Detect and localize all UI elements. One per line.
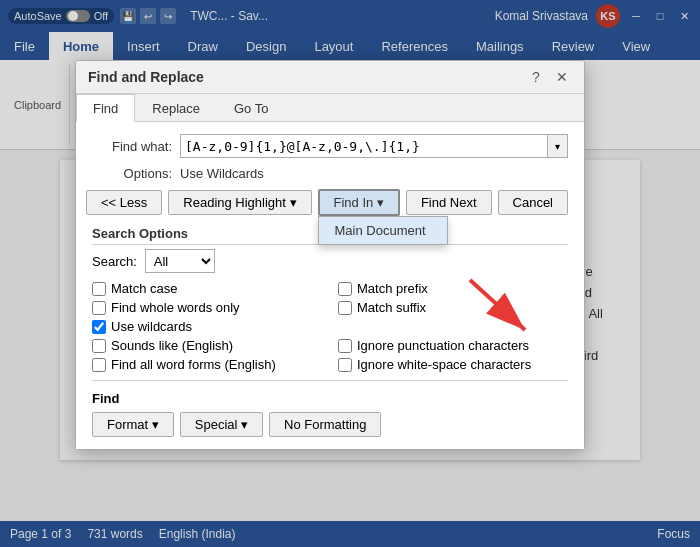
search-direction-select[interactable]: All Up Down	[145, 249, 215, 273]
empty-item	[338, 319, 568, 334]
find-all-word-forms-checkbox[interactable]	[92, 358, 106, 372]
match-suffix-checkbox[interactable]	[338, 301, 352, 315]
dialog-tabs: Find Replace Go To	[76, 94, 584, 122]
tab-replace[interactable]: Replace	[135, 94, 217, 122]
match-prefix-item: Match prefix	[338, 281, 568, 296]
no-formatting-button[interactable]: No Formatting	[269, 412, 381, 437]
reading-highlight-button[interactable]: Reading Highlight ▾	[168, 190, 311, 215]
find-what-label: Find what:	[92, 139, 172, 154]
find-section-label: Find	[92, 391, 568, 406]
find-replace-dialog: Find and Replace ? ✕ Find Replace Go To …	[75, 60, 585, 450]
match-suffix-item: Match suffix	[338, 300, 568, 315]
find-next-button[interactable]: Find Next	[406, 190, 492, 215]
match-case-label: Match case	[111, 281, 177, 296]
find-what-input-wrap: ▾	[180, 134, 568, 158]
match-case-item: Match case	[92, 281, 322, 296]
main-buttons-row: << Less Reading Highlight ▾ Find In ▾ Ma…	[92, 189, 568, 216]
modal-overlay: Find and Replace ? ✕ Find Replace Go To …	[0, 0, 700, 547]
ignore-punctuation-item: Ignore punctuation characters	[338, 338, 568, 353]
ignore-whitespace-checkbox[interactable]	[338, 358, 352, 372]
use-wildcards-label: Use wildcards	[111, 319, 192, 334]
bottom-find-section: Find Format ▾ Special ▾ No Formatting	[92, 380, 568, 437]
find-whole-words-item: Find whole words only	[92, 300, 322, 315]
dialog-controls: ? ✕	[526, 67, 572, 87]
dialog-title: Find and Replace	[88, 69, 204, 85]
sounds-like-checkbox[interactable]	[92, 339, 106, 353]
sounds-like-label: Sounds like (English)	[111, 338, 233, 353]
find-in-button[interactable]: Find In ▾	[318, 189, 400, 216]
format-buttons-row: Format ▾ Special ▾ No Formatting	[92, 412, 568, 437]
options-value: Use Wildcards	[180, 166, 264, 181]
find-whole-words-checkbox[interactable]	[92, 301, 106, 315]
match-suffix-label: Match suffix	[357, 300, 426, 315]
reading-highlight-wrap: Reading Highlight ▾	[168, 190, 311, 215]
match-prefix-label: Match prefix	[357, 281, 428, 296]
find-all-word-forms-item: Find all word forms (English)	[92, 357, 322, 372]
dialog-title-bar: Find and Replace ? ✕	[76, 61, 584, 94]
dialog-help-button[interactable]: ?	[526, 67, 546, 87]
ignore-whitespace-item: Ignore white-space characters	[338, 357, 568, 372]
ignore-whitespace-label: Ignore white-space characters	[357, 357, 531, 372]
options-label: Options:	[92, 166, 172, 181]
checkboxes-grid: Match case Match prefix Find whole words…	[92, 281, 568, 372]
find-all-word-forms-label: Find all word forms (English)	[111, 357, 276, 372]
tab-find[interactable]: Find	[76, 94, 135, 122]
options-row: Options: Use Wildcards	[92, 166, 568, 181]
special-button[interactable]: Special ▾	[180, 412, 263, 437]
tab-goto[interactable]: Go To	[217, 94, 285, 122]
find-in-main-document[interactable]: Main Document	[319, 217, 447, 244]
dialog-body: Find what: ▾ Options: Use Wildcards << L…	[76, 122, 584, 449]
match-prefix-checkbox[interactable]	[338, 282, 352, 296]
cancel-button[interactable]: Cancel	[498, 190, 568, 215]
format-button[interactable]: Format ▾	[92, 412, 174, 437]
use-wildcards-item: Use wildcards	[92, 319, 322, 334]
ignore-punctuation-label: Ignore punctuation characters	[357, 338, 529, 353]
match-case-checkbox[interactable]	[92, 282, 106, 296]
use-wildcards-checkbox[interactable]	[92, 320, 106, 334]
find-what-dropdown-arrow[interactable]: ▾	[548, 134, 568, 158]
search-direction-label: Search:	[92, 254, 137, 269]
less-button[interactable]: << Less	[86, 190, 162, 215]
find-in-wrap: Find In ▾ Main Document	[318, 189, 400, 216]
ignore-punctuation-checkbox[interactable]	[338, 339, 352, 353]
find-what-row: Find what: ▾	[92, 134, 568, 158]
find-what-input[interactable]	[180, 134, 548, 158]
search-direction-row: Search: All Up Down	[92, 249, 568, 273]
sounds-like-item: Sounds like (English)	[92, 338, 322, 353]
dialog-close-button[interactable]: ✕	[552, 67, 572, 87]
find-whole-words-label: Find whole words only	[111, 300, 240, 315]
find-in-dropdown: Main Document	[318, 216, 448, 245]
